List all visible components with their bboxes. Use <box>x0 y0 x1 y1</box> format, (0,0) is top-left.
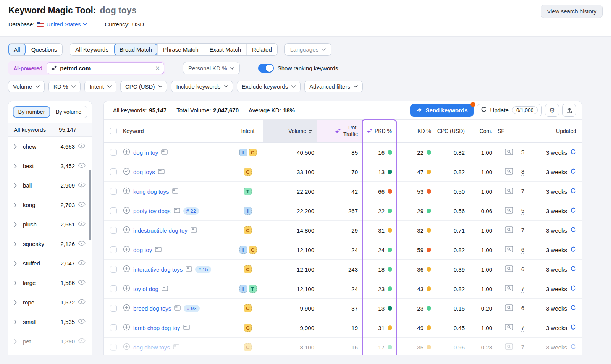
row-checkbox[interactable] <box>110 227 117 234</box>
serp-features-count[interactable]: 5 <box>521 207 524 215</box>
refresh-icon[interactable] <box>570 305 576 312</box>
eye-icon[interactable] <box>78 299 89 306</box>
update-button[interactable]: Update 0/1,000 <box>477 104 542 116</box>
sidebar-keyword-group[interactable]: squeaky 2,126 <box>8 234 92 254</box>
keyword-link[interactable]: interactive dog toys <box>133 266 183 273</box>
column-updated[interactable]: Updated <box>530 120 576 142</box>
keyword-link[interactable]: kong dog toys <box>133 188 169 195</box>
add-keyword-icon[interactable] <box>123 285 130 293</box>
sidebar-keyword-group[interactable]: small 1,535 <box>8 312 92 332</box>
column-pot-traffic[interactable]: Pot.Traffic <box>317 120 362 142</box>
serp-card-icon[interactable] <box>186 266 192 273</box>
column-intent[interactable]: Intent <box>233 120 263 142</box>
domain-search-input[interactable] <box>60 65 152 71</box>
view-serp-icon[interactable] <box>505 246 513 254</box>
chevron-right-icon[interactable] <box>14 222 21 227</box>
add-keyword-icon[interactable] <box>123 187 130 196</box>
column-keyword[interactable]: Keyword <box>123 120 233 142</box>
view-serp-icon[interactable] <box>505 226 513 234</box>
view-serp-icon[interactable] <box>505 324 513 332</box>
column-kd[interactable]: KD % <box>397 120 433 142</box>
view-search-history-button[interactable]: View search history <box>541 5 603 18</box>
view-serp-icon[interactable] <box>505 343 513 351</box>
add-keyword-icon[interactable] <box>123 265 130 273</box>
keyword-link[interactable]: indestructible dog toy <box>133 227 188 234</box>
personal-kd-dropdown[interactable]: Personal KD % <box>183 62 240 74</box>
refresh-icon[interactable] <box>570 344 576 351</box>
row-checkbox[interactable] <box>110 188 117 195</box>
row-checkbox[interactable] <box>110 207 117 214</box>
chevron-right-icon[interactable] <box>14 261 21 266</box>
serp-features-count[interactable]: 8 <box>521 168 524 176</box>
row-checkbox[interactable] <box>110 305 117 312</box>
add-keyword-icon[interactable] <box>123 148 130 157</box>
row-checkbox[interactable] <box>110 149 117 156</box>
serp-features-count[interactable]: 5 <box>521 149 524 156</box>
serp-features-count[interactable]: 6 <box>521 246 524 254</box>
view-serp-icon[interactable] <box>505 265 513 273</box>
chevron-right-icon[interactable] <box>14 164 21 168</box>
sidebar-keyword-group[interactable]: large 1,586 <box>8 273 92 293</box>
serp-card-icon[interactable] <box>191 227 197 234</box>
row-checkbox[interactable] <box>110 344 117 351</box>
sidebar-scrollbar[interactable] <box>89 170 91 240</box>
sidebar-keyword-group[interactable]: ball 2,909 <box>8 176 92 195</box>
chevron-right-icon[interactable] <box>14 300 21 305</box>
eye-icon[interactable] <box>78 338 89 345</box>
keyword-link[interactable]: lamb chop dog toy <box>133 325 180 331</box>
refresh-icon[interactable] <box>570 149 576 156</box>
serp-card-icon[interactable] <box>174 305 181 312</box>
column-volume[interactable]: Volume <box>263 120 317 142</box>
match-mode-tab[interactable]: Phrase Match <box>157 44 204 55</box>
sidebar-keyword-group[interactable]: kong 2,703 <box>8 195 92 215</box>
add-keyword-icon[interactable] <box>123 226 130 235</box>
serp-card-icon[interactable] <box>174 208 180 214</box>
row-checkbox[interactable] <box>110 285 117 292</box>
keyword-link[interactable]: dog in toy <box>133 149 158 156</box>
add-keyword-icon[interactable] <box>123 304 130 312</box>
add-keyword-icon[interactable] <box>123 324 130 332</box>
match-mode-tab[interactable]: All <box>8 44 26 55</box>
add-keyword-icon[interactable] <box>123 207 130 215</box>
add-keyword-icon[interactable] <box>123 246 130 254</box>
added-keyword-icon[interactable] <box>123 168 130 176</box>
eye-icon[interactable] <box>78 260 89 267</box>
eye-icon[interactable] <box>78 221 89 228</box>
refresh-icon[interactable] <box>570 246 576 254</box>
column-cpc[interactable]: CPC (USD) <box>433 120 470 142</box>
eye-icon[interactable] <box>78 182 89 189</box>
serp-card-icon[interactable] <box>155 247 162 253</box>
serp-features-count[interactable]: 7 <box>521 285 524 293</box>
serp-card-icon[interactable] <box>183 325 190 331</box>
match-mode-tab[interactable]: Exact Match <box>204 44 247 55</box>
serp-card-icon[interactable] <box>162 286 168 292</box>
refresh-icon[interactable] <box>570 207 576 215</box>
sidebar-keyword-group[interactable]: rope 1,572 <box>8 293 92 312</box>
sidebar-keyword-group[interactable]: best 3,452 <box>8 156 92 176</box>
serp-features-count[interactable]: 7 <box>521 324 524 332</box>
view-serp-icon[interactable] <box>505 168 513 176</box>
match-mode-tab[interactable]: Questions <box>26 44 63 55</box>
keyword-link[interactable]: poofy toy dogs <box>133 208 171 214</box>
keyword-link[interactable]: toy of dog <box>133 286 158 292</box>
chevron-right-icon[interactable] <box>14 144 21 149</box>
view-serp-icon[interactable] <box>505 188 513 195</box>
sidebar-sort-tab[interactable]: By volume <box>50 106 87 118</box>
select-all-checkbox[interactable] <box>110 128 117 134</box>
view-serp-icon[interactable] <box>505 285 513 293</box>
eye-icon[interactable] <box>78 280 89 286</box>
row-checkbox[interactable] <box>110 246 117 253</box>
refresh-icon[interactable] <box>570 188 576 195</box>
serp-card-icon[interactable] <box>161 149 168 156</box>
filter-dropdown[interactable]: Intent <box>84 81 116 92</box>
filter-dropdown[interactable]: CPC (USD) <box>120 81 168 92</box>
serp-card-icon[interactable] <box>173 344 179 351</box>
filter-dropdown[interactable]: Volume <box>8 81 45 92</box>
send-keywords-button[interactable]: Send keywords <box>410 104 474 117</box>
eye-icon[interactable] <box>78 163 89 169</box>
filter-dropdown[interactable]: Exclude keywords <box>237 81 301 92</box>
sidebar-keyword-group[interactable]: plush 2,651 <box>8 215 92 234</box>
keyword-link[interactable]: breed dog toys <box>133 305 171 312</box>
keyword-link[interactable]: dog toy <box>133 247 152 253</box>
serp-features-count[interactable]: 6 <box>521 305 524 312</box>
